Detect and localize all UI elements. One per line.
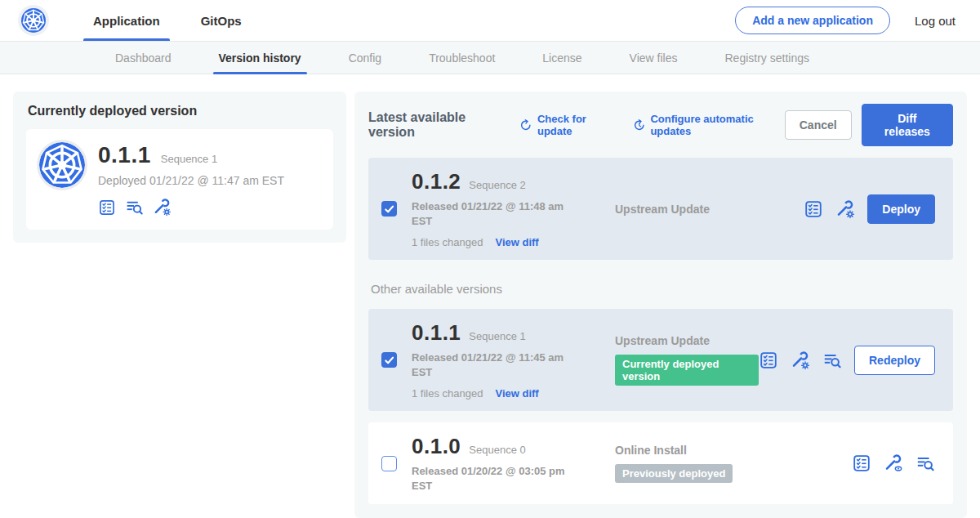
add-new-application-button[interactable]: Add a new application (735, 7, 890, 34)
tab-registry-settings[interactable]: Registry settings (701, 42, 832, 74)
version-source-label: Upstream Update (615, 203, 710, 216)
check-for-update-link[interactable]: Check for update (519, 113, 616, 137)
version-checkbox-0-1-1[interactable] (381, 352, 397, 368)
version-card-0-1-2: 0.1.2 Sequence 2 Released 01/21/22 @ 11:… (368, 158, 953, 260)
preflight-checklist-icon[interactable] (852, 453, 871, 473)
preflight-checklist-icon[interactable] (804, 199, 823, 219)
main-content: Currently deployed version 0.1.1 Sequenc… (0, 74, 980, 518)
tab-troubleshoot[interactable]: Troubleshoot (405, 42, 519, 74)
currently-deployed-title: Currently deployed version (28, 104, 333, 118)
preflight-checklist-icon[interactable] (98, 199, 116, 217)
other-available-versions-title: Other available versions (371, 282, 953, 296)
version-number: 0.1.1 (412, 320, 461, 346)
cancel-button[interactable]: Cancel (785, 110, 852, 140)
tab-config[interactable]: Config (325, 42, 405, 74)
preflight-checklist-icon[interactable] (759, 351, 778, 370)
deploy-button[interactable]: Deploy (867, 194, 935, 224)
version-card-0-1-0: 0.1.0 Sequence 0 Released 01/20/22 @ 03:… (368, 422, 953, 504)
deploy-logs-icon[interactable] (915, 453, 935, 473)
available-header: Latest available version Check for updat… (368, 104, 953, 146)
view-diff-link[interactable]: View diff (495, 236, 538, 248)
version-checkbox-0-1-0[interactable] (381, 456, 397, 471)
latest-available-title: Latest available version (368, 110, 503, 140)
version-source-label: Online Install (615, 444, 687, 457)
sequence-label: Sequence 0 (469, 444, 525, 456)
deploy-logs-icon[interactable] (822, 351, 842, 370)
deployed-sequence-label: Sequence 1 (161, 153, 217, 165)
tab-view-files[interactable]: View files (606, 42, 702, 74)
sequence-label: Sequence 1 (469, 330, 525, 342)
available-versions-panel: Latest available version Check for updat… (354, 92, 967, 518)
deployed-timestamp: Deployed 01/21/22 @ 11:47 am EST (98, 174, 284, 187)
view-diff-link[interactable]: View diff (495, 387, 538, 400)
checkmark-icon (383, 203, 395, 215)
tab-version-history[interactable]: Version history (195, 42, 325, 74)
clock-refresh-icon (633, 118, 646, 132)
files-changed-label: 1 files changed (412, 236, 483, 248)
check-for-update-label: Check for update (537, 113, 617, 137)
version-checkbox-0-1-2[interactable] (381, 201, 397, 217)
top-header: Application GitOps Add a new application… (0, 0, 980, 41)
files-changed-label: 1 files changed (412, 387, 483, 400)
version-number: 0.1.2 (412, 169, 461, 194)
sequence-label: Sequence 2 (469, 179, 525, 191)
logout-button[interactable]: Log out (915, 14, 956, 28)
diff-releases-button[interactable]: Diff releases (862, 104, 953, 146)
released-timestamp: Released 01/20/22 @ 03:05 pm EST (412, 464, 575, 493)
redeploy-button[interactable]: Redeploy (854, 346, 935, 375)
deployed-version-card: 0.1.1 Sequence 1 Deployed 01/21/22 @ 11:… (26, 129, 333, 230)
configure-automatic-updates-link[interactable]: Configure automatic updates (633, 113, 785, 137)
currently-deployed-panel: Currently deployed version 0.1.1 Sequenc… (13, 92, 346, 243)
released-timestamp: Released 01/21/22 @ 11:48 am EST (412, 199, 575, 228)
version-number: 0.1.0 (412, 434, 461, 459)
tab-dashboard[interactable]: Dashboard (91, 42, 195, 74)
app-subnav: Dashboard Version history Config Trouble… (0, 41, 980, 74)
config-view-icon[interactable] (884, 453, 903, 473)
configure-updates-label: Configure automatic updates (650, 113, 784, 137)
config-gear-icon[interactable] (835, 199, 855, 219)
kubernetes-logo-icon (21, 8, 46, 33)
app-logo (18, 5, 49, 36)
currently-deployed-badge: Currently deployed version (615, 355, 759, 386)
released-timestamp: Released 01/21/22 @ 11:45 am EST (412, 351, 575, 379)
kubernetes-app-icon (39, 142, 85, 188)
previously-deployed-badge: Previously deployed (615, 464, 733, 483)
refresh-icon (519, 118, 532, 132)
tab-license[interactable]: License (519, 42, 605, 74)
config-gear-icon[interactable] (153, 198, 172, 217)
version-card-0-1-1: 0.1.1 Sequence 1 Released 01/21/22 @ 11:… (368, 309, 953, 411)
header-tab-gitops[interactable]: GitOps (191, 0, 252, 41)
header-tab-application[interactable]: Application (83, 0, 170, 41)
deployed-version-number: 0.1.1 (98, 142, 151, 168)
deploy-logs-icon[interactable] (125, 198, 144, 217)
version-source-label: Upstream Update (615, 334, 710, 347)
config-gear-icon[interactable] (791, 351, 810, 370)
checkmark-icon (383, 354, 395, 366)
